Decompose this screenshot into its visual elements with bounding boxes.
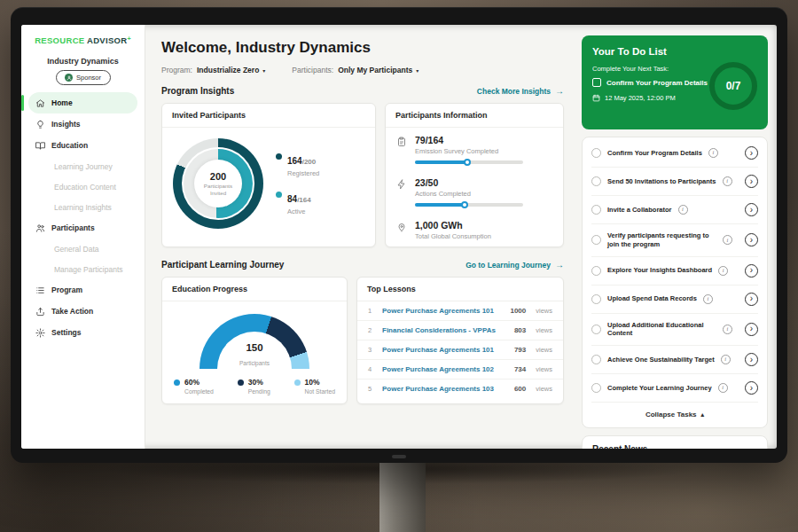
task-row[interactable]: Upload Additional Educational Content i … [591,314,758,347]
invited-participants-donut: 200 Participants Invited [173,138,263,229]
legend-item-pending: 30% Pending [238,378,270,395]
sidebar-item-manage-participants[interactable]: Manage Participants [28,259,137,279]
lesson-views-unit: views [536,365,552,373]
lesson-row[interactable]: 4 Power Purchase Agreements 102 734views [357,360,563,379]
task-row[interactable]: Verify participants requesting to join t… [591,224,758,257]
task-row[interactable]: Achieve One Sustainability Target i › [591,346,758,374]
chevron-right-icon[interactable]: › [745,381,758,395]
task-row[interactable]: Upload Spend Data Records i › [591,286,758,314]
task-radio[interactable] [591,294,601,304]
education-progress-gauge: 150 Participants [200,314,309,369]
check-more-insights-link[interactable]: Check More Insights → [477,86,564,96]
participants-filter-dropdown[interactable]: Participants: Only My Participants ▾ [292,66,419,74]
progress-knob [464,159,471,166]
chevron-right-icon[interactable]: › [745,175,758,188]
task-label: Confirm Your Program Details [607,149,702,158]
dashboard-screen: RESOURCE ADVISOR+ Industry Dynamics Spon… [21,25,777,449]
lesson-row[interactable]: 5 Power Purchase Agreements 103 600views [357,379,563,398]
sidebar-item-learning-journey[interactable]: Learning Journey [28,156,137,176]
sidebar-item-education[interactable]: Education [28,135,137,156]
task-row[interactable]: Confirm Your Program Details i › [591,139,758,168]
sidebar-item-settings[interactable]: Settings [28,322,137,343]
next-task-row[interactable]: Confirm Your Program Details [592,78,709,87]
task-row[interactable]: Explore Your Insights Dashboard i › [591,257,758,286]
stat-label: Emission Survey Completed [415,147,523,155]
lesson-link[interactable]: Power Purchase Agreements 103 [382,385,507,393]
chevron-right-icon[interactable]: › [745,323,758,336]
task-radio[interactable] [591,383,601,393]
donut-legend: 164/200 Registered 84/164 Active [276,152,319,215]
sponsor-badge[interactable]: Sponsor [56,70,111,85]
legend-item-active: 84/164 Active [276,190,319,215]
collapse-tasks-button[interactable]: Collapse Tasks ▴ [591,403,758,427]
chevron-right-icon[interactable]: › [745,264,758,278]
info-icon[interactable]: i [678,205,688,215]
legend-value: 164 [287,156,302,166]
chevron-right-icon[interactable]: › [745,233,758,246]
upload-icon [35,307,45,317]
lesson-link[interactable]: Power Purchase Agreements 101 [382,307,503,315]
task-label: Verify participants requesting to join t… [607,231,716,249]
task-label: Achieve One Sustainability Target [607,356,715,364]
people-icon [35,223,45,233]
next-task-due-label: 12 May 2025, 12:00 PM [605,94,676,102]
sidebar-item-label: Education Content [54,183,116,192]
task-row[interactable]: Complete Your Learning Journey i › [591,374,758,403]
sidebar-item-insights[interactable]: Insights [28,113,137,135]
task-radio[interactable] [591,235,601,245]
check-more-insights-label: Check More Insights [477,87,551,96]
checkbox-icon[interactable] [592,78,601,87]
lesson-row[interactable]: 3 Power Purchase Agreements 101 793views [357,340,563,360]
sidebar-item-learning-insights[interactable]: Learning Insights [28,197,137,217]
go-to-learning-journey-link[interactable]: Go to Learning Journey → [466,260,564,270]
sidebar-item-program[interactable]: Program [28,279,137,301]
program-filter-dropdown[interactable]: Program: Industrialize Zero ▾ [161,66,265,74]
sidebar-item-label: Learning Journey [54,162,113,171]
sidebar-item-label: Home [51,98,73,107]
task-row[interactable]: Send 50 Invitations to Participants i › [591,168,758,196]
lesson-row[interactable]: 1 Power Purchase Agreements 101 1000view… [357,301,563,321]
sidebar-item-label: Insights [51,120,81,129]
sidebar-item-general-data[interactable]: General Data [28,239,137,259]
logo-secondary: ADVISOR [87,35,127,45]
chevron-right-icon[interactable]: › [745,353,758,366]
task-label: Upload Spend Data Records [607,294,697,303]
sponsor-label: Sponsor [76,74,101,82]
donut-center-label: Participants Invited [200,183,237,196]
info-icon[interactable]: i [718,266,728,276]
sidebar-item-education-content[interactable]: Education Content [28,176,137,197]
chevron-right-icon[interactable]: › [745,203,758,216]
info-icon[interactable]: i [721,355,731,364]
chevron-right-icon[interactable]: › [745,146,758,160]
stat-actions-completed: 23/50 Actions Completed [386,170,563,213]
chevron-up-icon: ▴ [701,411,705,419]
recent-news-title: Recent News [592,444,647,449]
sidebar-item-label: Education [51,141,88,150]
lesson-link[interactable]: Power Purchase Agreements 101 [382,346,507,354]
info-icon[interactable]: i [708,148,718,158]
participants-filter-label: Participants: [292,66,333,74]
lesson-link[interactable]: Power Purchase Agreements 102 [382,365,507,373]
chevron-right-icon[interactable]: › [745,293,758,306]
lesson-row[interactable]: 2 Financial Considerations - VPPAs 803vi… [357,321,563,340]
info-icon[interactable]: i [718,383,728,393]
task-radio[interactable] [591,176,601,186]
sidebar-item-take-action[interactable]: Take Action [28,301,137,322]
task-row[interactable]: Invite a Collaborator i › [591,196,758,224]
task-radio[interactable] [591,205,601,215]
stat-label: Total Global Consumption [415,232,491,240]
task-radio[interactable] [591,355,601,364]
info-icon[interactable]: i [723,325,732,334]
sidebar-item-home[interactable]: Home [28,92,137,113]
legend-pct: 10% [305,378,335,387]
task-radio[interactable] [591,325,601,334]
task-radio[interactable] [591,266,601,276]
info-icon[interactable]: i [723,235,732,245]
info-icon[interactable]: i [703,294,713,304]
lesson-link[interactable]: Financial Considerations - VPPAs [382,326,507,334]
info-icon[interactable]: i [723,176,732,186]
sidebar-item-participants[interactable]: Participants [28,217,137,239]
todo-progress-ring: 0/7 [709,62,757,110]
todo-progress-value: 0/7 [726,80,741,92]
task-radio[interactable] [591,148,601,158]
